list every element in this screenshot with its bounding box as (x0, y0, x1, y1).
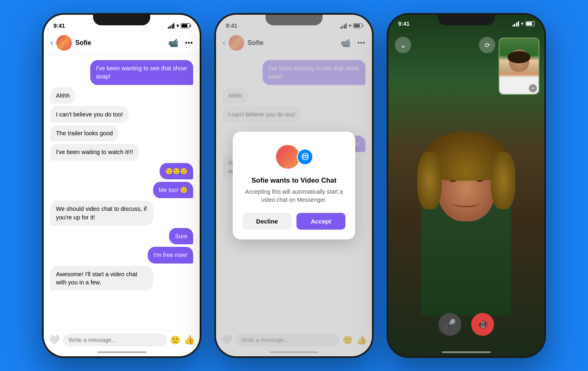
home-indicator-1 (97, 351, 146, 353)
video-controls: 🎤 📵 (388, 313, 544, 336)
smile (452, 199, 480, 207)
modal-overlay: ⓜ Sofie wants to Video Chat Accepting th… (216, 15, 372, 356)
status-time-1: 9:41 (53, 22, 65, 29)
msg-sent-5: I'm free now! (148, 247, 193, 263)
battery-icon-1 (181, 23, 190, 28)
phone-3: 9:41 ▾ ⌄ ⟳ (387, 13, 546, 358)
microphone-icon: 🎤 (444, 319, 456, 330)
video-wifi-icon: ▾ (521, 21, 523, 27)
video-status-time: 9:41 (398, 20, 410, 27)
video-call-button-1[interactable]: 📹 (168, 38, 178, 48)
nav-actions-1: 📹 ••• (168, 38, 193, 48)
nav-bar-1: ‹ Sofie 📹 ••• (44, 33, 200, 55)
phone-3-screen: 9:41 ▾ ⌄ ⟳ (388, 15, 544, 356)
avatar-1[interactable] (56, 35, 72, 51)
hair-right (491, 152, 515, 209)
like-icon-1[interactable]: 👍 (184, 335, 195, 345)
notch-1 (93, 13, 150, 25)
heart-icon-1[interactable]: 🤍 (49, 335, 60, 345)
modal-description: Accepting this will automatically start … (243, 188, 345, 204)
video-battery-icon (526, 21, 535, 26)
video-signal-icon (512, 21, 519, 27)
message-input-1[interactable] (63, 333, 167, 346)
home-indicator-3 (442, 351, 491, 353)
chevron-down-icon: ⌄ (400, 40, 407, 50)
video-minimize-control[interactable]: ⌄ (395, 37, 411, 53)
notch-3 (438, 13, 495, 25)
wifi-icon-1: ▾ (176, 23, 179, 29)
msg-sent-2: 🙂🙂🙂 (160, 163, 193, 179)
video-chat-modal: ⓜ Sofie wants to Video Chat Accepting th… (233, 132, 355, 239)
status-icons-1: ▾ (168, 23, 190, 29)
flip-camera-button[interactable]: ⟳ (479, 37, 495, 53)
msg-sent-1: I've been wanting to see that show asap! (90, 60, 193, 85)
end-call-icon: 📵 (478, 320, 488, 329)
msg-recv-1: Ahhh (50, 87, 76, 104)
modal-buttons: Decline Accept (243, 213, 345, 230)
modal-messenger-icon: ⓜ (297, 149, 313, 165)
msg-sent-3: Me too! 🙂 (153, 182, 193, 198)
more-button-1[interactable]: ••• (185, 39, 193, 47)
phone-2-screen: 9:41 ▾ ‹ Sofie 📹 (216, 15, 372, 356)
phone-1-screen: 9:41 ▾ ‹ Sofie 📹 (44, 15, 200, 356)
msg-recv-4: I've been waiting to watch it!!! (50, 144, 139, 160)
msg-sent-4: Sure (169, 228, 193, 244)
chat-area-1: I've been wanting to see that show asap!… (44, 55, 200, 330)
back-button-1[interactable]: ‹ (50, 38, 53, 48)
accept-button[interactable]: Accept (296, 213, 345, 230)
video-status-icons: ▾ (512, 21, 535, 27)
msg-recv-2: I can't believe you do too! (50, 106, 129, 123)
contact-name-1[interactable]: Sofie (75, 39, 168, 47)
inset-edit-icon[interactable]: ✏ (529, 84, 537, 92)
signal-icon-1 (168, 23, 175, 29)
msg-recv-6: Awesome! I'll start a video chat with yo… (50, 266, 153, 291)
flip-camera-icon: ⟳ (485, 41, 490, 49)
modal-title: Sofie wants to Video Chat (243, 177, 345, 185)
end-call-button[interactable]: 📵 (471, 313, 494, 336)
minimize-button[interactable]: ⌄ (395, 37, 411, 53)
phone-1: 9:41 ▾ ‹ Sofie 📹 (42, 13, 201, 358)
modal-avatars: ⓜ (243, 144, 345, 170)
phone-2: 9:41 ▾ ‹ Sofie 📹 (214, 13, 374, 358)
decline-button[interactable]: Decline (243, 213, 292, 230)
pencil-icon: ✏ (531, 86, 535, 91)
msg-recv-3: The trailer looks good (50, 125, 118, 141)
video-top-right-controls: ⟳ (479, 37, 495, 53)
self-video-inset: ✏ (499, 38, 539, 95)
messenger-logo: ⓜ (301, 152, 309, 162)
msg-recv-5: We should video chat to discuss, if you'… (50, 201, 153, 226)
mute-button[interactable]: 🎤 (439, 313, 461, 336)
emoji-icon-1[interactable]: 🙂 (170, 335, 180, 345)
hair-left (417, 152, 442, 209)
inset-hair (508, 51, 530, 63)
